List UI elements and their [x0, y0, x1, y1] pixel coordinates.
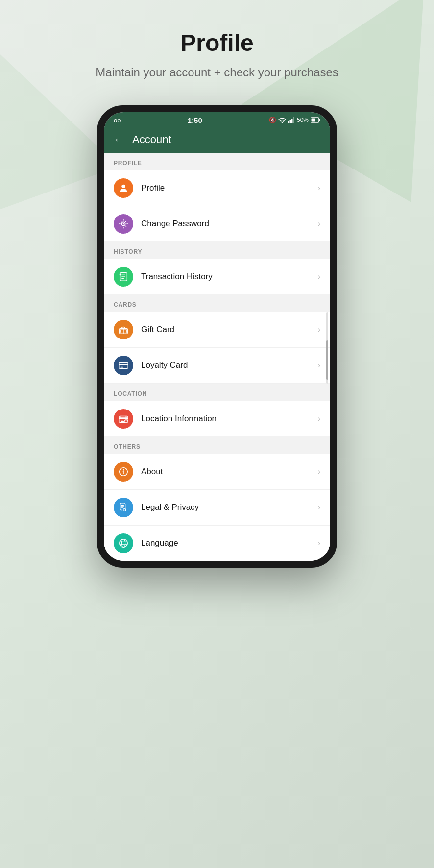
svg-rect-20 [119, 364, 128, 365]
svg-rect-24 [121, 416, 121, 418]
scrollbar-thumb [326, 340, 328, 380]
svg-point-29 [123, 469, 124, 470]
svg-rect-7 [312, 119, 315, 122]
svg-rect-21 [121, 366, 123, 367]
screen-content: PROFILE Profile › [104, 153, 330, 561]
menu-item-change-password[interactable]: Change Password › [104, 206, 330, 241]
menu-group-location: Location Information › [104, 401, 330, 436]
svg-point-0 [282, 122, 283, 123]
gift-card-icon [114, 320, 133, 339]
svg-point-10 [123, 223, 124, 224]
transaction-history-label: Transaction History [141, 272, 318, 282]
about-chevron: › [318, 467, 320, 476]
svg-rect-19 [119, 362, 128, 368]
location-info-label: Location Information [141, 414, 318, 424]
svg-rect-15 [120, 273, 121, 275]
about-label: About [141, 467, 318, 477]
profile-chevron: › [318, 184, 320, 193]
profile-label: Profile [141, 183, 318, 193]
menu-item-gift-card[interactable]: Gift Card › [104, 312, 330, 348]
legal-privacy-chevron: › [318, 503, 320, 512]
menu-item-profile[interactable]: Profile › [104, 170, 330, 206]
svg-rect-2 [289, 120, 291, 123]
page-title: Profile [180, 29, 253, 56]
section-header-location: LOCATION [104, 384, 330, 401]
menu-item-legal-privacy[interactable]: Legal & Privacy › [104, 490, 330, 526]
mute-icon: 🔇 [269, 117, 276, 123]
app-bar-title: Account [132, 133, 171, 146]
transaction-history-chevron: › [318, 272, 320, 281]
svg-rect-4 [293, 117, 294, 123]
svg-point-38 [121, 539, 125, 547]
svg-rect-25 [126, 416, 127, 418]
page-subtitle: Maintain your account + check your purch… [96, 64, 338, 81]
change-password-icon [114, 214, 133, 234]
status-bar: oo 1:50 🔇 50% [104, 112, 330, 126]
loyalty-card-label: Loyalty Card [141, 361, 318, 370]
menu-item-loyalty-card[interactable]: Loyalty Card › [104, 348, 330, 384]
loyalty-card-icon [114, 356, 133, 375]
menu-item-language[interactable]: Language › [104, 526, 330, 561]
location-info-icon [114, 409, 133, 429]
status-left: oo [114, 117, 121, 124]
profile-icon [114, 178, 133, 198]
gift-card-label: Gift Card [141, 325, 318, 335]
section-header-history: HISTORY [104, 241, 330, 259]
status-time: 1:50 [188, 116, 202, 124]
about-icon: i [114, 462, 133, 482]
menu-group-profile: Profile › Change Password › [104, 170, 330, 241]
gift-card-chevron: › [318, 325, 320, 334]
menu-item-transaction-history[interactable]: Transaction History › [104, 259, 330, 294]
menu-group-cards: Gift Card › Loyalty Card › [104, 312, 330, 384]
svg-rect-6 [319, 119, 320, 121]
change-password-label: Change Password [141, 219, 318, 229]
language-chevron: › [318, 539, 320, 548]
phone-frame: oo 1:50 🔇 50% [97, 105, 337, 568]
menu-item-location-info[interactable]: Location Information › [104, 401, 330, 436]
app-bar: ← Account [104, 126, 330, 153]
status-right: 🔇 50% [269, 117, 320, 123]
phone-screen: oo 1:50 🔇 50% [104, 112, 330, 561]
loyalty-card-chevron: › [318, 361, 320, 370]
battery-text: 50% [297, 117, 309, 123]
svg-point-8 [121, 184, 125, 188]
back-button[interactable]: ← [114, 133, 124, 146]
section-header-others: OTHERS [104, 436, 330, 454]
svg-rect-1 [288, 121, 289, 123]
wifi-icon [278, 117, 286, 123]
menu-group-history: Transaction History › [104, 259, 330, 294]
location-info-chevron: › [318, 414, 320, 423]
language-icon [114, 533, 133, 553]
section-header-profile: PROFILE [104, 153, 330, 170]
language-label: Language [141, 538, 318, 548]
legal-privacy-icon [114, 498, 133, 517]
battery-icon [311, 117, 320, 123]
transaction-history-icon [114, 267, 133, 287]
change-password-chevron: › [318, 219, 320, 228]
menu-group-others: i About › [104, 454, 330, 561]
legal-privacy-label: Legal & Privacy [141, 503, 318, 512]
menu-item-about[interactable]: i About › [104, 454, 330, 490]
svg-rect-3 [291, 119, 293, 123]
scrollbar-track [326, 312, 328, 384]
signal-icon [288, 117, 295, 123]
section-header-cards: CARDS [104, 294, 330, 312]
notification-icons: oo [114, 117, 121, 124]
svg-point-37 [120, 539, 128, 547]
